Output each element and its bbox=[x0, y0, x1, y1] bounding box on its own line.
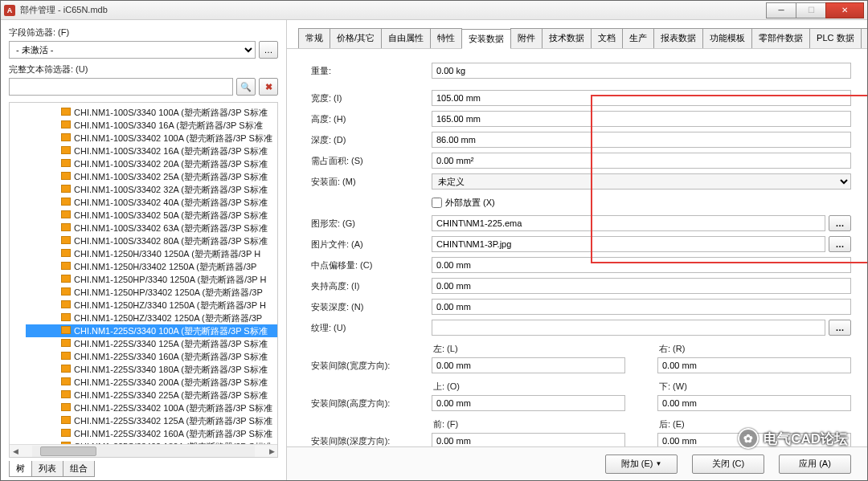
external-checkbox[interactable] bbox=[432, 198, 442, 208]
image-input[interactable] bbox=[432, 236, 825, 252]
parts-tree: CHI.NM1-100S/3340 100A (塑壳断路器/3P S标准CHI.… bbox=[9, 102, 278, 458]
tree-item[interactable]: CHI.NM1-1250HZ/3340 1250A (塑壳断路器/3P H bbox=[26, 299, 277, 312]
mountface-label: 安装面: (M) bbox=[311, 176, 432, 188]
property-tab[interactable]: 技术数据 bbox=[542, 28, 592, 48]
tab-list[interactable]: 列表 bbox=[31, 461, 63, 477]
image-label: 图片文件: (A) bbox=[311, 238, 432, 251]
apply-button[interactable]: 应用 (A) bbox=[779, 455, 851, 474]
tab-tree[interactable]: 树 bbox=[9, 461, 32, 477]
property-tab[interactable]: 零部件数据 bbox=[751, 28, 810, 48]
property-tab[interactable]: PLC 数据 bbox=[809, 28, 861, 48]
minimize-button[interactable]: ─ bbox=[766, 2, 796, 18]
tree-item[interactable]: CHI.NM1-1250HP/33402 1250A (塑壳断路器/3P bbox=[26, 286, 277, 299]
property-tab[interactable]: 报表数据 bbox=[653, 28, 703, 48]
scroll-track[interactable] bbox=[32, 446, 255, 457]
spacing-height-label: 安装间隙(高度方向): bbox=[311, 397, 432, 410]
tree-item[interactable]: CHI.NM1-225S/3340 225A (塑壳断路器/3P S标准 bbox=[26, 389, 277, 402]
scroll-thumb[interactable] bbox=[40, 446, 96, 456]
property-tab[interactable]: 特性 bbox=[430, 28, 462, 48]
tree-item[interactable]: CHI.NM1-100S/3340 100A (塑壳断路器/3P S标准 bbox=[26, 106, 277, 119]
spacing-bot-input[interactable] bbox=[657, 395, 851, 411]
property-tab[interactable]: 安装数据 bbox=[461, 29, 511, 49]
property-tab[interactable]: 功能模板 bbox=[702, 28, 752, 48]
texture-input[interactable] bbox=[432, 320, 825, 336]
search-button[interactable]: 🔍 bbox=[236, 78, 256, 96]
weight-input[interactable] bbox=[432, 63, 851, 79]
tree-item[interactable]: CHI.NM1-100S/33402 32A (塑壳断路器/3P S标准 bbox=[26, 183, 277, 196]
part-icon bbox=[61, 300, 71, 308]
scroll-left-arrow[interactable]: ◀ bbox=[10, 446, 21, 457]
tree-item[interactable]: CHI.NM1-100S/33402 16A (塑壳断路器/3P S标准 bbox=[26, 145, 277, 157]
tree-item[interactable]: CHI.NM1-100S/33402 100A (塑壳断路器/3P S标准 bbox=[26, 132, 277, 145]
property-tab[interactable]: 文档 bbox=[591, 28, 623, 48]
tree-item[interactable]: CHI.NM1-225S/33402 125A (塑壳断路器/3P S标准 bbox=[26, 414, 277, 427]
part-icon bbox=[61, 339, 71, 347]
spacing-back-input[interactable] bbox=[657, 433, 851, 446]
tree-item[interactable]: CHI.NM1-225S/3340 100A (塑壳断路器/3P S标准 bbox=[26, 324, 277, 337]
property-tab[interactable]: 常规 bbox=[298, 28, 330, 48]
tree-item[interactable]: CHI.NM1-225S/3340 200A (塑壳断路器/3P S标准 bbox=[26, 376, 277, 389]
clear-filter-button[interactable]: ✖ bbox=[259, 78, 278, 96]
image-browse-button[interactable]: … bbox=[829, 236, 851, 252]
field-filter-select[interactable]: - 未激活 - bbox=[9, 41, 256, 59]
centeroffset-input[interactable] bbox=[432, 257, 851, 273]
tree-item[interactable]: CHI.NM1-1250HP/3340 1250A (塑壳断路器/3P H bbox=[26, 273, 277, 286]
tab-combo[interactable]: 组合 bbox=[63, 461, 95, 477]
spacing-top-input[interactable] bbox=[432, 395, 625, 411]
macro-browse-button[interactable]: … bbox=[829, 215, 851, 231]
part-icon bbox=[61, 185, 71, 193]
top-col-label: 上: (O) bbox=[432, 381, 625, 393]
spacing-left-input[interactable] bbox=[432, 357, 625, 373]
height-input[interactable] bbox=[432, 111, 851, 127]
tree-item[interactable]: CHI.NM1-100S/33402 25A (塑壳断路器/3P S标准 bbox=[26, 170, 277, 183]
tree-item[interactable]: CHI.NM1-1250HZ/33402 1250A (塑壳断路器/3P bbox=[26, 312, 277, 324]
fulltext-input[interactable] bbox=[9, 78, 233, 96]
part-icon bbox=[61, 287, 71, 296]
part-icon bbox=[61, 159, 71, 167]
property-tab[interactable]: 附件 bbox=[510, 28, 542, 48]
part-icon bbox=[61, 326, 71, 334]
tree-item[interactable]: CHI.NM1-100S/33402 40A (塑壳断路器/3P S标准 bbox=[26, 196, 277, 209]
scroll-right-arrow[interactable]: ▶ bbox=[266, 446, 277, 457]
property-tab[interactable]: 价格/其它 bbox=[330, 28, 382, 48]
height-label: 高度: (H) bbox=[311, 113, 432, 125]
mountdepth-input[interactable] bbox=[432, 299, 851, 315]
depth-input[interactable] bbox=[432, 132, 851, 148]
width-input[interactable] bbox=[432, 90, 851, 106]
maximize-button[interactable]: ☐ bbox=[796, 2, 826, 18]
tree-item[interactable]: CHI.NM1-225S/3340 125A (塑壳断路器/3P S标准 bbox=[26, 337, 277, 350]
window-buttons: ─ ☐ ✕ bbox=[767, 2, 864, 18]
tree-item[interactable]: CHI.NM1-100S/3340 16A (塑壳断路器/3P S标准 bbox=[26, 119, 277, 132]
close-button[interactable]: 关闭 (C) bbox=[692, 455, 764, 474]
spacing-depth-label: 安装间隙(深度方向): bbox=[311, 435, 432, 447]
spacing-right-input[interactable] bbox=[657, 357, 851, 373]
tree-item[interactable]: CHI.NM1-225S/3340 180A (塑壳断路器/3P S标准 bbox=[26, 363, 277, 376]
tree-item[interactable]: CHI.NM1-225S/33402 100A (塑壳断路器/3P S标准 bbox=[26, 402, 277, 414]
spacing-front-input[interactable] bbox=[432, 433, 625, 446]
tree-inner[interactable]: CHI.NM1-100S/3340 100A (塑壳断路器/3P S标准CHI.… bbox=[10, 103, 277, 444]
tree-item[interactable]: CHI.NM1-100S/33402 80A (塑壳断路器/3P S标准 bbox=[26, 234, 277, 247]
property-tab[interactable]: 自由属性 bbox=[381, 28, 431, 48]
part-icon bbox=[61, 198, 71, 206]
part-icon bbox=[61, 108, 71, 116]
part-icon bbox=[61, 365, 71, 373]
tree-item[interactable]: CHI.NM1-100S/33402 20A (塑壳断路器/3P S标准 bbox=[26, 157, 277, 170]
tree-item[interactable]: CHI.NM1-1250H/3340 1250A (塑壳断路器/3P H bbox=[26, 247, 277, 260]
tree-item[interactable]: CHI.NM1-225S/3340 160A (塑壳断路器/3P S标准 bbox=[26, 350, 277, 363]
tree-item[interactable]: CHI.NM1-1250H/33402 1250A (塑壳断路器/3P bbox=[26, 260, 277, 273]
weight-label: 重量: bbox=[311, 65, 432, 77]
tree-item[interactable]: CHI.NM1-225S/33402 160A (塑壳断路器/3P S标准 bbox=[26, 427, 277, 440]
attach-button[interactable]: 附加 (E)▼ bbox=[605, 455, 678, 474]
mountface-select[interactable]: 未定义 bbox=[432, 173, 851, 190]
close-window-button[interactable]: ✕ bbox=[825, 2, 864, 18]
texture-browse-button[interactable]: … bbox=[829, 320, 851, 336]
tree-item[interactable]: CHI.NM1-100S/33402 50A (塑壳断路器/3P S标准 bbox=[26, 209, 277, 222]
tree-hscrollbar[interactable]: ◀ ▶ bbox=[10, 444, 277, 457]
area-input[interactable] bbox=[432, 153, 851, 169]
macro-input[interactable] bbox=[432, 215, 825, 231]
tree-item[interactable]: CHI.NM1-100S/33402 63A (塑壳断路器/3P S标准 bbox=[26, 222, 277, 234]
property-tab[interactable]: 安全值 bbox=[861, 28, 867, 48]
gripheight-input[interactable] bbox=[432, 278, 851, 294]
property-tab[interactable]: 生产 bbox=[622, 28, 654, 48]
field-filter-more-button[interactable]: … bbox=[259, 41, 278, 59]
